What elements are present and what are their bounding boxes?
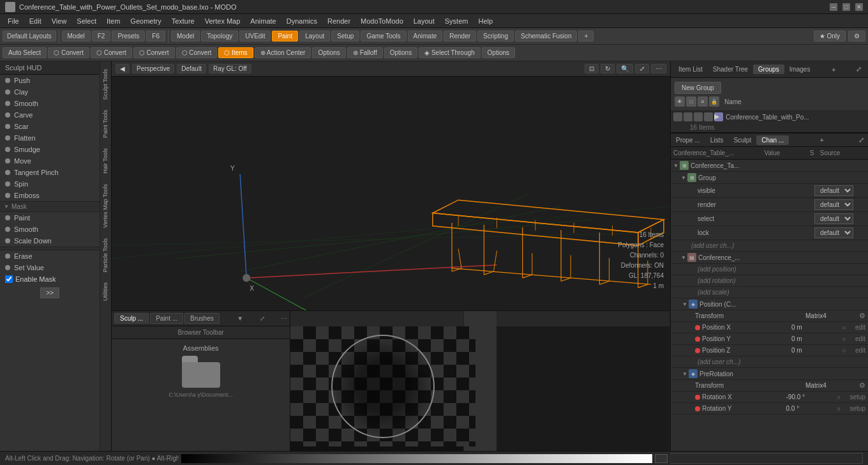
menu-animate[interactable]: Animate (245, 16, 281, 26)
group-chan-icon[interactable]: ≡ (698, 96, 708, 107)
lock-dropdown[interactable]: default (814, 227, 853, 238)
only-button[interactable]: ★ Only (814, 31, 846, 42)
tab-properties[interactable]: Prope ... (671, 135, 705, 145)
tool-erase[interactable]: Erase (0, 250, 100, 262)
item-render-icon[interactable] (684, 112, 692, 121)
tab-setup[interactable]: Setup (331, 31, 359, 42)
assembly-folder[interactable] (182, 356, 220, 388)
pos-y-edit[interactable]: edit (855, 335, 865, 342)
vp-orbit-btn[interactable]: ↻ (601, 64, 615, 73)
tool-smooth2[interactable]: Smooth (0, 224, 100, 235)
rot-y-setup[interactable]: setup (850, 405, 865, 412)
tool-paint[interactable]: Paint (0, 212, 100, 224)
tool-smudge[interactable]: Smudge (0, 144, 100, 155)
side-tab-paint[interactable]: Paint Tools (100, 105, 112, 143)
chan-row-root[interactable]: ▼ ⊞ Conference_Ta... (671, 160, 868, 172)
side-tab-hair[interactable]: Hair Tools (100, 143, 112, 179)
f6-button[interactable]: F6 (146, 31, 165, 42)
enable-mask-checkbox[interactable] (5, 275, 13, 283)
tool-scaledown[interactable]: Scale Down (0, 235, 100, 247)
tab-topology[interactable]: Topology (201, 31, 238, 42)
tab-paint[interactable]: Paint (272, 31, 298, 42)
transform-settings-icon[interactable]: ⚙ (859, 312, 865, 320)
item-vis-icon[interactable] (673, 112, 682, 121)
tab-uvedit[interactable]: UVEdit (239, 31, 271, 42)
options-btn3[interactable]: Options (482, 47, 515, 58)
convert-btn1[interactable]: ⬡ Convert (48, 47, 89, 58)
side-tab-particle[interactable]: Particle Tools (100, 233, 112, 277)
group-vis-icon[interactable]: 👁 (675, 96, 685, 107)
options-btn2[interactable]: Options (384, 47, 417, 58)
tab-sculpt[interactable]: Sculpt (728, 135, 756, 145)
vp-raygl-btn[interactable]: Ray GL: Off (209, 64, 251, 73)
vp-zoom-btn[interactable]: 🔍 (617, 64, 633, 73)
chan-row-conference[interactable]: ▼ ▤ Conference_... (671, 252, 868, 264)
brushes-browser-tab[interactable]: Brushes (184, 313, 220, 324)
tool-setvalue[interactable]: Set Value (0, 262, 100, 273)
menu-edit[interactable]: Edit (24, 16, 47, 26)
visible-dropdown[interactable]: default (814, 185, 853, 196)
new-group-button[interactable]: New Group (675, 82, 721, 94)
tool-carve[interactable]: Carve (0, 109, 100, 121)
auto-select-button[interactable]: Auto Select (3, 47, 47, 58)
falloff-button[interactable]: ⊛ Falloff (347, 47, 383, 58)
paint-browser-tab[interactable]: Paint ... (150, 313, 183, 324)
right-tabs-expand[interactable]: ⤢ (852, 64, 865, 75)
menu-modomodo[interactable]: ModoToModo (355, 16, 408, 26)
tab-shader-tree[interactable]: Shader Tree (708, 65, 753, 74)
rot-x-setup[interactable]: setup (850, 393, 865, 400)
tool-clay[interactable]: Clay (0, 86, 100, 98)
tool-push[interactable]: Push (0, 75, 100, 86)
expand-icon[interactable]: ▼ (237, 315, 243, 322)
chan-row-pos-y[interactable]: Position Y 0 m ○ edit (671, 333, 868, 345)
vp-shade-btn[interactable]: Default (177, 64, 206, 73)
settings-button[interactable]: ⚙ (848, 31, 865, 42)
tab-channels[interactable]: Chan ... (756, 135, 789, 145)
select-through-button[interactable]: ◈ Select Through (419, 47, 480, 58)
tab-lists[interactable]: Lists (705, 135, 729, 145)
right-tabs-plus[interactable]: + (828, 65, 839, 75)
chan-row-lock[interactable]: lock default (671, 226, 868, 240)
tab-model[interactable]: Model (171, 31, 200, 42)
fullscreen-icon[interactable]: ⤢ (260, 315, 265, 322)
vp-nav-btn[interactable]: ◀ (116, 64, 130, 73)
chan-row-select[interactable]: select default (671, 212, 868, 226)
select-dropdown[interactable]: default (814, 213, 853, 224)
menu-geometry[interactable]: Geometry (125, 16, 166, 26)
tab-item-list[interactable]: Item List (673, 65, 708, 74)
item-row-main[interactable]: ▶ Conference_Table_with_Po... (671, 111, 868, 123)
tool-smooth[interactable]: Smooth (0, 98, 100, 109)
menu-layout[interactable]: Layout (408, 16, 440, 26)
pos-z-edit[interactable]: edit (855, 347, 865, 354)
chan-row-rot-x[interactable]: Rotation X -90.0 ° ○ setup (671, 392, 868, 403)
plus-button[interactable]: + (578, 31, 594, 42)
tab-scripting[interactable]: Scripting (477, 31, 514, 42)
convert-btn3[interactable]: ⬡ Convert (133, 47, 175, 58)
side-tab-utilities[interactable]: Utilities (100, 277, 112, 306)
item-lock-icon[interactable] (704, 112, 713, 121)
more-icon[interactable]: ⋯ (281, 315, 287, 322)
menu-file[interactable]: File (3, 16, 24, 26)
chan-row-transform2[interactable]: Transform Matrix4 ⚙ (671, 380, 868, 392)
tab-render[interactable]: Render (444, 31, 476, 42)
chan-row-visible[interactable]: visible default (671, 184, 868, 198)
tab-animate[interactable]: Animate (408, 31, 443, 42)
chan-tabs-plus[interactable]: + (816, 135, 827, 145)
menu-vertexmap[interactable]: Vertex Map (200, 16, 246, 26)
chan-row-render[interactable]: render default (671, 198, 868, 212)
layout-dropdown[interactable]: Default Layouts (3, 31, 56, 42)
tab-images[interactable]: Images (784, 65, 816, 74)
render-dropdown[interactable]: default (814, 199, 853, 210)
chan-row-group[interactable]: ▼ ⊞ Group (671, 172, 868, 184)
maximize-button[interactable]: □ (842, 3, 850, 11)
menu-dynamics[interactable]: Dynamics (281, 16, 322, 26)
pos-x-edit[interactable]: edit (855, 324, 865, 331)
tool-tangent-pinch[interactable]: Tangent Pinch (0, 167, 100, 178)
menu-help[interactable]: Help (473, 16, 498, 26)
presets-button[interactable]: Presets (112, 31, 145, 42)
transform2-settings-icon[interactable]: ⚙ (859, 381, 865, 390)
side-tab-vertexmap[interactable]: Vertex Map Tools (100, 179, 112, 233)
vp-fullscreen-btn[interactable]: ⤢ (635, 64, 649, 73)
tool-emboss[interactable]: Emboss (0, 190, 100, 201)
menu-view[interactable]: View (47, 16, 72, 26)
